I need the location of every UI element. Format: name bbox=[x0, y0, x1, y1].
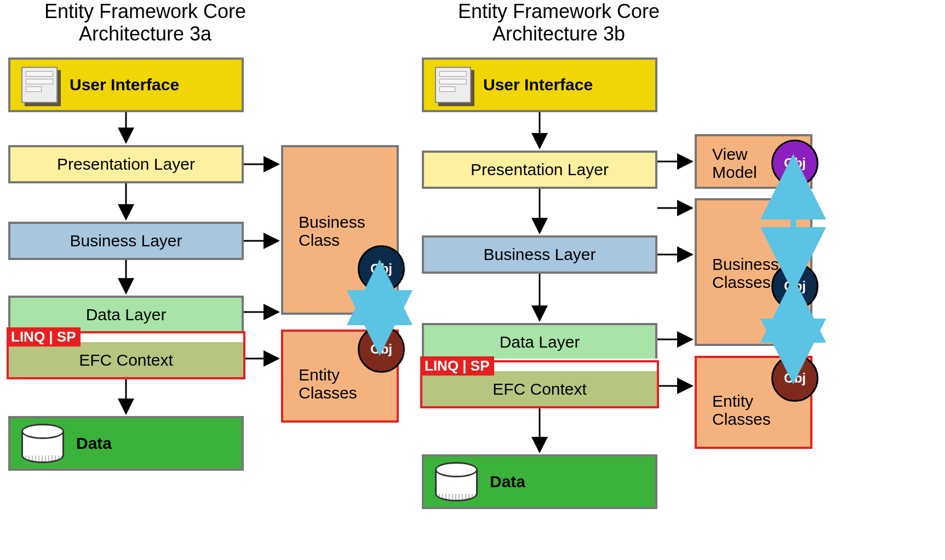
title-3b: Entity Framework Core Architecture 3b bbox=[422, 0, 696, 45]
database-icon bbox=[435, 462, 478, 501]
business-box-3a: Business Layer bbox=[8, 222, 244, 260]
title-3a-line1: Entity Framework Core bbox=[44, 0, 246, 22]
business-label-3a: Business Layer bbox=[70, 232, 182, 250]
database-icon bbox=[21, 424, 64, 463]
title-3b-line1: Entity Framework Core bbox=[458, 0, 660, 22]
data-box-3b: Data bbox=[422, 454, 657, 509]
data-box-3a: Data bbox=[8, 416, 244, 471]
linq-sp-tag-3a: LINQ | SP bbox=[7, 327, 81, 347]
title-3b-line2: Architecture 3b bbox=[492, 22, 625, 45]
data-layer-box-3a: Data Layer bbox=[8, 296, 244, 331]
entity-classes-label-3a: Entity Classes bbox=[291, 360, 357, 402]
linq-sp-tag-3b: LINQ | SP bbox=[420, 356, 494, 376]
efc-context-box-3b: EFC Context bbox=[422, 371, 657, 407]
obj-brown-3a: Obj bbox=[358, 326, 405, 373]
business-label-3b: Business Layer bbox=[483, 245, 595, 264]
data-label-3a: Data bbox=[76, 434, 112, 453]
obj-navy-3b: Obj bbox=[771, 263, 818, 310]
efc-context-label-3a: EFC Context bbox=[79, 351, 173, 370]
entity-classes-label-3b: Entity Classes bbox=[705, 386, 771, 428]
efc-context-label-3b: EFC Context bbox=[492, 380, 587, 399]
window-icon bbox=[435, 67, 471, 103]
presentation-label-3b: Presentation Layer bbox=[471, 160, 609, 179]
efc-context-box-3a: EFC Context bbox=[8, 342, 244, 378]
obj-brown-label-3a: Obj bbox=[370, 342, 392, 357]
diagram-canvas: Entity Framework Core Architecture 3a Us… bbox=[0, 0, 945, 560]
presentation-box-3a: Presentation Layer bbox=[8, 145, 244, 183]
title-3a-line2: Architecture 3a bbox=[79, 22, 211, 45]
data-layer-label-3b: Data Layer bbox=[500, 333, 580, 351]
business-classes-label-3b: Business Classes bbox=[705, 250, 779, 291]
obj-brown-label-3b: Obj bbox=[784, 371, 806, 386]
presentation-label-3a: Presentation Layer bbox=[57, 155, 195, 174]
linq-sp-label-3b: LINQ | SP bbox=[425, 357, 490, 374]
ui-label-3b: User Interface bbox=[483, 76, 593, 94]
obj-navy-label-3b: Obj bbox=[784, 279, 806, 294]
window-icon bbox=[21, 67, 58, 103]
linq-sp-label-3a: LINQ | SP bbox=[11, 328, 76, 345]
obj-brown-3b: Obj bbox=[771, 355, 818, 402]
business-box-3b: Business Layer bbox=[422, 235, 657, 274]
obj-navy-3a: Obj bbox=[358, 245, 405, 292]
business-class-label-3a: Business Class bbox=[291, 207, 365, 249]
data-layer-box-3b: Data Layer bbox=[422, 323, 657, 359]
obj-navy-label-3a: Obj bbox=[370, 261, 392, 276]
view-model-label-3b: View Model bbox=[705, 140, 757, 181]
obj-purple-label-3b: Obj bbox=[784, 155, 806, 171]
title-3a: Entity Framework Core Architecture 3a bbox=[8, 0, 282, 45]
ui-box-3a: User Interface bbox=[8, 57, 244, 112]
data-layer-label-3a: Data Layer bbox=[86, 305, 167, 324]
obj-purple-3b: Obj bbox=[771, 140, 818, 187]
ui-box-3b: User Interface bbox=[422, 57, 657, 112]
ui-label-3a: User Interface bbox=[70, 76, 179, 94]
data-label-3b: Data bbox=[490, 472, 525, 491]
presentation-box-3b: Presentation Layer bbox=[422, 151, 657, 189]
